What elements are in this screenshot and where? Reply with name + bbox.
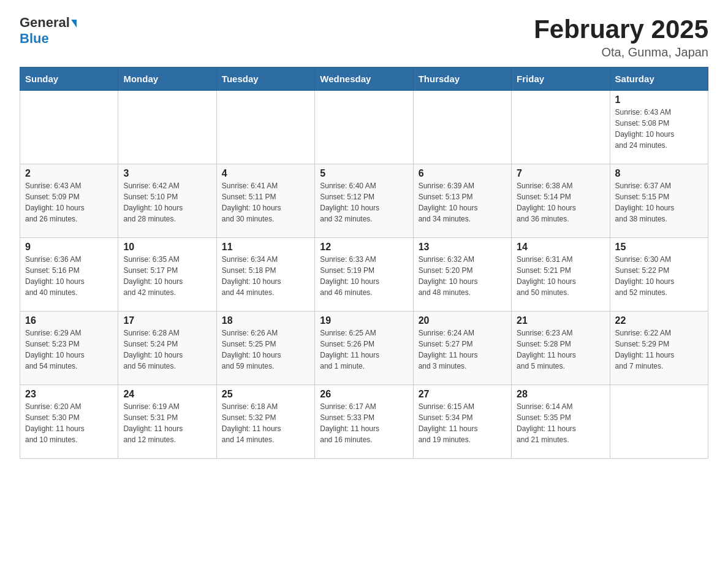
calendar-header-row: SundayMondayTuesdayWednesdayThursdayFrid… xyxy=(20,67,708,91)
day-info: Sunrise: 6:22 AM Sunset: 5:29 PM Dayligh… xyxy=(615,327,703,372)
calendar-cell: 23Sunrise: 6:20 AM Sunset: 5:30 PM Dayli… xyxy=(20,385,118,459)
calendar-cell xyxy=(216,91,314,164)
calendar-cell: 11Sunrise: 6:34 AM Sunset: 5:18 PM Dayli… xyxy=(216,238,314,312)
day-number: 5 xyxy=(320,168,408,179)
page-title: February 2025 xyxy=(534,15,708,44)
day-info: Sunrise: 6:20 AM Sunset: 5:30 PM Dayligh… xyxy=(25,401,113,445)
calendar-cell: 19Sunrise: 6:25 AM Sunset: 5:26 PM Dayli… xyxy=(315,312,413,385)
day-info: Sunrise: 6:23 AM Sunset: 5:28 PM Dayligh… xyxy=(517,327,604,372)
calendar-cell: 12Sunrise: 6:33 AM Sunset: 5:19 PM Dayli… xyxy=(315,238,413,312)
day-info: Sunrise: 6:14 AM Sunset: 5:35 PM Dayligh… xyxy=(517,401,604,445)
day-info: Sunrise: 6:32 AM Sunset: 5:20 PM Dayligh… xyxy=(419,254,506,298)
day-number: 14 xyxy=(517,242,604,253)
day-info: Sunrise: 6:39 AM Sunset: 5:13 PM Dayligh… xyxy=(419,180,506,224)
day-info: Sunrise: 6:18 AM Sunset: 5:32 PM Dayligh… xyxy=(222,401,309,445)
day-number: 13 xyxy=(419,242,506,253)
day-number: 23 xyxy=(25,389,113,400)
calendar-cell: 26Sunrise: 6:17 AM Sunset: 5:33 PM Dayli… xyxy=(315,385,413,459)
day-number: 19 xyxy=(320,315,408,326)
calendar-week-row: 2Sunrise: 6:43 AM Sunset: 5:09 PM Daylig… xyxy=(20,164,708,238)
calendar-cell: 1Sunrise: 6:43 AM Sunset: 5:08 PM Daylig… xyxy=(610,91,708,164)
calendar-cell xyxy=(610,385,708,459)
day-number: 11 xyxy=(222,242,309,253)
page-header: General Blue February 2025 Ota, Gunma, J… xyxy=(20,15,708,59)
calendar-cell xyxy=(20,91,118,164)
day-info: Sunrise: 6:42 AM Sunset: 5:10 PM Dayligh… xyxy=(123,180,211,224)
day-number: 28 xyxy=(517,389,604,400)
day-info: Sunrise: 6:34 AM Sunset: 5:18 PM Dayligh… xyxy=(222,254,309,298)
day-info: Sunrise: 6:28 AM Sunset: 5:24 PM Dayligh… xyxy=(123,327,211,372)
day-number: 1 xyxy=(615,94,703,105)
logo-blue-text: Blue xyxy=(20,31,49,47)
calendar-week-row: 23Sunrise: 6:20 AM Sunset: 5:30 PM Dayli… xyxy=(20,385,708,459)
day-number: 2 xyxy=(25,168,113,179)
day-number: 7 xyxy=(517,168,604,179)
day-number: 9 xyxy=(25,242,113,253)
calendar-cell xyxy=(512,91,610,164)
day-number: 21 xyxy=(517,315,604,326)
logo: General Blue xyxy=(20,15,77,47)
calendar-cell: 3Sunrise: 6:42 AM Sunset: 5:10 PM Daylig… xyxy=(118,164,216,238)
day-number: 6 xyxy=(419,168,506,179)
day-number: 22 xyxy=(615,315,703,326)
calendar-cell: 10Sunrise: 6:35 AM Sunset: 5:17 PM Dayli… xyxy=(118,238,216,312)
calendar-cell: 9Sunrise: 6:36 AM Sunset: 5:16 PM Daylig… xyxy=(20,238,118,312)
day-info: Sunrise: 6:30 AM Sunset: 5:22 PM Dayligh… xyxy=(615,254,703,298)
day-info: Sunrise: 6:40 AM Sunset: 5:12 PM Dayligh… xyxy=(320,180,408,224)
day-number: 16 xyxy=(25,315,113,326)
calendar-cell: 18Sunrise: 6:26 AM Sunset: 5:25 PM Dayli… xyxy=(216,312,314,385)
day-info: Sunrise: 6:17 AM Sunset: 5:33 PM Dayligh… xyxy=(320,401,408,445)
calendar-week-row: 1Sunrise: 6:43 AM Sunset: 5:08 PM Daylig… xyxy=(20,91,708,164)
day-info: Sunrise: 6:26 AM Sunset: 5:25 PM Dayligh… xyxy=(222,327,309,372)
day-number: 18 xyxy=(222,315,309,326)
calendar-cell: 14Sunrise: 6:31 AM Sunset: 5:21 PM Dayli… xyxy=(512,238,610,312)
day-number: 26 xyxy=(320,389,408,400)
calendar-cell: 24Sunrise: 6:19 AM Sunset: 5:31 PM Dayli… xyxy=(118,385,216,459)
calendar-cell: 21Sunrise: 6:23 AM Sunset: 5:28 PM Dayli… xyxy=(512,312,610,385)
day-info: Sunrise: 6:24 AM Sunset: 5:27 PM Dayligh… xyxy=(419,327,506,372)
day-number: 25 xyxy=(222,389,309,400)
day-number: 12 xyxy=(320,242,408,253)
calendar-cell: 8Sunrise: 6:37 AM Sunset: 5:15 PM Daylig… xyxy=(610,164,708,238)
day-number: 4 xyxy=(222,168,309,179)
calendar-cell: 6Sunrise: 6:39 AM Sunset: 5:13 PM Daylig… xyxy=(413,164,511,238)
calendar-week-row: 16Sunrise: 6:29 AM Sunset: 5:23 PM Dayli… xyxy=(20,312,708,385)
calendar-cell: 28Sunrise: 6:14 AM Sunset: 5:35 PM Dayli… xyxy=(512,385,610,459)
day-info: Sunrise: 6:36 AM Sunset: 5:16 PM Dayligh… xyxy=(25,254,113,298)
weekday-header-saturday: Saturday xyxy=(610,67,708,91)
day-info: Sunrise: 6:43 AM Sunset: 5:08 PM Dayligh… xyxy=(615,107,703,151)
weekday-header-thursday: Thursday xyxy=(413,67,511,91)
calendar-cell: 5Sunrise: 6:40 AM Sunset: 5:12 PM Daylig… xyxy=(315,164,413,238)
calendar-cell xyxy=(118,91,216,164)
day-info: Sunrise: 6:33 AM Sunset: 5:19 PM Dayligh… xyxy=(320,254,408,298)
day-number: 17 xyxy=(123,315,211,326)
weekday-header-tuesday: Tuesday xyxy=(216,67,314,91)
logo-icon: General Blue xyxy=(20,15,77,47)
calendar-cell: 22Sunrise: 6:22 AM Sunset: 5:29 PM Dayli… xyxy=(610,312,708,385)
calendar-cell: 4Sunrise: 6:41 AM Sunset: 5:11 PM Daylig… xyxy=(216,164,314,238)
weekday-header-wednesday: Wednesday xyxy=(315,67,413,91)
day-info: Sunrise: 6:25 AM Sunset: 5:26 PM Dayligh… xyxy=(320,327,408,372)
day-number: 15 xyxy=(615,242,703,253)
day-info: Sunrise: 6:35 AM Sunset: 5:17 PM Dayligh… xyxy=(123,254,211,298)
day-info: Sunrise: 6:38 AM Sunset: 5:14 PM Dayligh… xyxy=(517,180,604,224)
calendar-cell: 16Sunrise: 6:29 AM Sunset: 5:23 PM Dayli… xyxy=(20,312,118,385)
day-number: 3 xyxy=(123,168,211,179)
calendar-cell: 25Sunrise: 6:18 AM Sunset: 5:32 PM Dayli… xyxy=(216,385,314,459)
day-info: Sunrise: 6:29 AM Sunset: 5:23 PM Dayligh… xyxy=(25,327,113,372)
day-info: Sunrise: 6:31 AM Sunset: 5:21 PM Dayligh… xyxy=(517,254,604,298)
calendar-week-row: 9Sunrise: 6:36 AM Sunset: 5:16 PM Daylig… xyxy=(20,238,708,312)
day-number: 27 xyxy=(419,389,506,400)
day-info: Sunrise: 6:15 AM Sunset: 5:34 PM Dayligh… xyxy=(419,401,506,445)
calendar-cell xyxy=(315,91,413,164)
day-number: 20 xyxy=(419,315,506,326)
calendar-table: SundayMondayTuesdayWednesdayThursdayFrid… xyxy=(20,67,708,459)
calendar-cell: 13Sunrise: 6:32 AM Sunset: 5:20 PM Dayli… xyxy=(413,238,511,312)
day-number: 10 xyxy=(123,242,211,253)
page-subtitle: Ota, Gunma, Japan xyxy=(534,45,708,59)
logo-arrow-icon xyxy=(71,20,77,28)
day-info: Sunrise: 6:19 AM Sunset: 5:31 PM Dayligh… xyxy=(123,401,211,445)
calendar-cell: 2Sunrise: 6:43 AM Sunset: 5:09 PM Daylig… xyxy=(20,164,118,238)
day-info: Sunrise: 6:37 AM Sunset: 5:15 PM Dayligh… xyxy=(615,180,703,224)
weekday-header-friday: Friday xyxy=(512,67,610,91)
